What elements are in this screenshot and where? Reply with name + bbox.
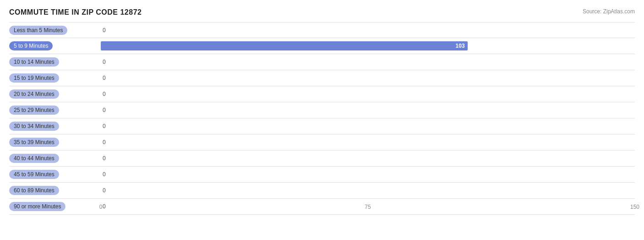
- label-pill: Less than 5 Minutes: [9, 26, 67, 35]
- bar-zero-value: 0: [103, 75, 106, 81]
- bar-label: 90 or more Minutes: [9, 199, 101, 214]
- chart-body: Less than 5 Minutes05 to 9 Minutes10310 …: [9, 22, 635, 212]
- x-axis-label: 150: [630, 204, 639, 210]
- bar-track: 0: [101, 70, 635, 86]
- label-pill: 10 to 14 Minutes: [9, 57, 59, 67]
- bar-label: 60 to 89 Minutes: [9, 183, 101, 198]
- label-pill: 30 to 34 Minutes: [9, 122, 59, 131]
- bar-label: 45 to 59 Minutes: [9, 167, 101, 182]
- bar-track: 0: [101, 134, 635, 150]
- bar-row: 5 to 9 Minutes103: [9, 38, 635, 54]
- bar-track: 0: [101, 183, 635, 198]
- bar-label: 20 to 24 Minutes: [9, 86, 101, 102]
- label-pill: 5 to 9 Minutes: [9, 41, 53, 50]
- bar-row: 15 to 19 Minutes0: [9, 70, 635, 86]
- bar-zero-value: 0: [103, 107, 106, 113]
- bar-row: Less than 5 Minutes0: [9, 22, 635, 38]
- bar-row: 10 to 14 Minutes0: [9, 54, 635, 70]
- bar-label: 15 to 19 Minutes: [9, 70, 101, 86]
- bar-label: 25 to 29 Minutes: [9, 102, 101, 118]
- bar-track: 103: [101, 38, 635, 54]
- bar-label: 5 to 9 Minutes: [9, 38, 101, 54]
- bar-row: 45 to 59 Minutes0: [9, 167, 635, 183]
- label-pill: 15 to 19 Minutes: [9, 73, 59, 83]
- x-axis-label: 0: [99, 204, 103, 210]
- bar-track: 0: [101, 118, 635, 134]
- bar-track: 0: [101, 167, 635, 182]
- bar-row: 30 to 34 Minutes0: [9, 118, 635, 134]
- bar-zero-value: 0: [103, 59, 106, 65]
- bar-row: 35 to 39 Minutes0: [9, 134, 635, 151]
- label-pill: 35 to 39 Minutes: [9, 138, 59, 147]
- bar-row: 25 to 29 Minutes0: [9, 102, 635, 118]
- bar-track: 0: [101, 54, 635, 70]
- bar-track: 0: [101, 102, 635, 118]
- bar-row: 20 to 24 Minutes0: [9, 86, 635, 102]
- x-axis-label: 75: [365, 204, 371, 210]
- label-pill: 20 to 24 Minutes: [9, 89, 59, 99]
- bar-track: 0: [101, 86, 635, 102]
- label-pill: 25 to 29 Minutes: [9, 106, 59, 115]
- label-pill: 45 to 59 Minutes: [9, 170, 59, 179]
- chart-container: COMMUTE TIME IN ZIP CODE 12872 Source: Z…: [0, 0, 644, 240]
- bar-label: 35 to 39 Minutes: [9, 134, 101, 150]
- bar-track: 0: [101, 151, 635, 166]
- label-pill: 40 to 44 Minutes: [9, 154, 59, 163]
- bar-track: 0: [101, 22, 635, 38]
- chart-source: Source: ZipAtlas.com: [583, 8, 635, 15]
- label-pill: 60 to 89 Minutes: [9, 186, 59, 195]
- bar-label: 40 to 44 Minutes: [9, 151, 101, 166]
- bar-zero-value: 0: [103, 139, 106, 145]
- chart-title: COMMUTE TIME IN ZIP CODE 12872: [9, 8, 142, 17]
- bar-label: 10 to 14 Minutes: [9, 54, 101, 70]
- bar-value: 103: [456, 43, 465, 49]
- bar-label: 30 to 34 Minutes: [9, 118, 101, 134]
- chart-header: COMMUTE TIME IN ZIP CODE 12872 Source: Z…: [9, 8, 635, 17]
- bar-row: 60 to 89 Minutes0: [9, 183, 635, 199]
- bar-zero-value: 0: [103, 123, 106, 129]
- label-pill: 90 or more Minutes: [9, 202, 65, 211]
- bar-zero-value: 0: [103, 155, 106, 162]
- bar-fill: 103: [101, 41, 468, 50]
- bar-zero-value: 0: [103, 27, 106, 33]
- bar-zero-value: 0: [103, 171, 106, 178]
- bar-zero-value: 0: [103, 187, 106, 194]
- bar-row: 40 to 44 Minutes0: [9, 151, 635, 167]
- x-axis: 075150: [101, 201, 635, 212]
- bars-area: Less than 5 Minutes05 to 9 Minutes10310 …: [9, 22, 635, 200]
- bar-label: Less than 5 Minutes: [9, 22, 101, 38]
- bar-zero-value: 0: [103, 91, 106, 97]
